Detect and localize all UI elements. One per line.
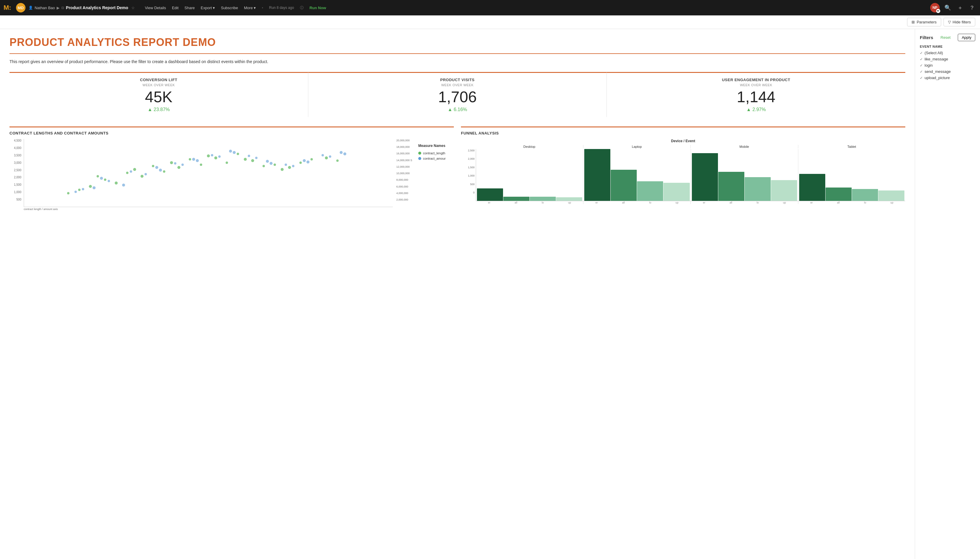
svg-point-21 (214, 156, 217, 159)
svg-point-57 (322, 154, 324, 156)
svg-point-38 (233, 151, 235, 154)
svg-point-41 (292, 165, 294, 167)
bar-group-tablet (798, 149, 905, 201)
more-menu[interactable]: More ▾ (242, 5, 258, 11)
x-label-tablet-all: all (825, 201, 852, 204)
svg-point-5 (133, 168, 136, 171)
add-icon[interactable]: ＋ (956, 3, 965, 12)
hide-filters-button[interactable]: ▽ Hide filters (944, 18, 975, 26)
svg-point-47 (130, 170, 132, 173)
check-icon-login: ✓ (920, 63, 923, 68)
parameters-button[interactable]: ⊞ Parameters (907, 18, 941, 26)
kpi-user-engagement: USER ENGAGEMENT IN PRODUCT WEEK OVER WEE… (607, 72, 905, 117)
device-laptop-header: Laptop (584, 145, 691, 149)
svg-point-23 (251, 159, 254, 162)
info-icon: ⓘ (298, 4, 306, 12)
svg-point-26 (310, 158, 313, 160)
breadcrumb: 👤 Nathan Bao ▶ ⊡ Product Analytics Repor… (28, 5, 135, 10)
kpi-visits-value: 1,706 (315, 89, 600, 104)
breadcrumb-user[interactable]: Nathan Bao (35, 6, 55, 10)
svg-point-25 (288, 166, 291, 169)
report-title: PRODUCT ANALYTICS REPORT DEMO (10, 36, 905, 49)
bar-desktop-lo (530, 197, 556, 201)
filter-item-select-all[interactable]: ✓ (Select All) (920, 51, 975, 55)
svg-point-33 (145, 173, 147, 175)
svg-point-4 (97, 175, 99, 177)
funnel-device-headers: Desktop Laptop Mobile Tablet (476, 145, 905, 149)
svg-point-16 (67, 192, 70, 194)
bar-laptop-all (611, 170, 637, 201)
app-logo: M: (3, 4, 11, 12)
svg-point-53 (248, 155, 250, 157)
breadcrumb-title: Product Analytics Report Demo (66, 5, 128, 10)
help-icon[interactable]: ？ (968, 3, 977, 12)
edit-link[interactable]: Edit (169, 5, 181, 11)
funnel-y-axis: 2,500 2,000 1,500 1,000 500 0 (461, 149, 476, 201)
filter-item-login[interactable]: ✓ login (920, 63, 975, 68)
funnel-container: Device / Event Desktop Laptop Mobile Tab… (461, 139, 905, 204)
filter-item-send-message[interactable]: ✓ send_message (920, 69, 975, 74)
filter-label-upload-picture: upload_picture (925, 76, 950, 80)
subscribe-link[interactable]: Subscribe (219, 5, 240, 11)
bar-tablet-lo (852, 189, 878, 201)
share-link[interactable]: Share (182, 5, 197, 11)
charts-row: CONTRACT LENGTHS AND CONTRACT AMOUNTS 4,… (10, 126, 905, 211)
legend-title: Measure Names (418, 144, 454, 148)
scatter-chart-title: CONTRACT LENGTHS AND CONTRACT AMOUNTS (10, 131, 454, 136)
funnel-device-label: Device / Event (461, 139, 905, 143)
profile-avatar[interactable]: NP ✏ (930, 3, 940, 12)
search-icon[interactable]: 🔍 (943, 3, 953, 12)
funnel-chart-body: 2,500 2,000 1,500 1,000 500 0 (461, 149, 905, 201)
scatter-plot-area (24, 139, 393, 207)
svg-point-28 (336, 159, 338, 162)
bar-group-desktop (476, 149, 584, 201)
x-labels-mobile: er all lo up (691, 201, 798, 204)
report-content: PRODUCT ANALYTICS REPORT DEMO This repor… (0, 29, 915, 559)
filters-reset-button[interactable]: Reset (940, 35, 951, 40)
kpi-visits-label: PRODUCT VISITS (315, 78, 600, 82)
legend-item-contract-length: contract_length (418, 151, 454, 155)
x-label-laptop-er: er (584, 201, 610, 204)
bar-mobile-lo (745, 177, 771, 201)
bar-group-mobile (691, 149, 798, 201)
kpi-conversion-value: 45K (17, 89, 301, 104)
x-label-laptop-lo: lo (637, 201, 663, 204)
scatter-x-label: contract length / amount axis (24, 208, 454, 211)
svg-point-15 (299, 162, 302, 164)
report-divider (10, 53, 905, 54)
x-label-laptop-up: up (664, 201, 690, 204)
legend-label-contract-amount: contract_amour (423, 157, 446, 160)
scatter-legend: Measure Names contract_length contract_a… (418, 139, 454, 207)
bar-desktop-er (477, 189, 503, 201)
svg-point-17 (141, 175, 143, 178)
svg-point-6 (152, 165, 154, 167)
filters-title: Filters (920, 35, 933, 40)
top-navigation: M: MD 👤 Nathan Bao ▶ ⊡ Product Analytics… (0, 0, 980, 15)
main-layout: PRODUCT ANALYTICS REPORT DEMO This repor… (0, 29, 980, 559)
filters-apply-button[interactable]: Apply (958, 34, 975, 41)
funnel-x-labels: er all lo up er all lo up er (476, 201, 905, 204)
svg-point-45 (82, 188, 84, 190)
x-label-mobile-lo: lo (745, 201, 771, 204)
x-labels-laptop: er all lo up (584, 201, 691, 204)
legend-color-contract-length (418, 152, 421, 155)
star-icon[interactable]: ☆ (131, 6, 135, 10)
view-details-link[interactable]: View Details (143, 5, 168, 11)
svg-point-54 (266, 160, 269, 163)
x-label-desktop-lo: lo (529, 201, 556, 204)
svg-point-44 (343, 152, 346, 155)
run-now-button[interactable]: Run Now (307, 5, 328, 11)
device-mobile-header: Mobile (691, 145, 798, 149)
filter-item-upload-picture[interactable]: ✓ upload_picture (920, 76, 975, 80)
svg-point-9 (189, 158, 191, 160)
filter-section-event-name: EVENT NAME (920, 45, 975, 48)
nav-actions: View Details Edit Share Export ▾ Subscri… (143, 4, 329, 12)
kpi-visits-change: ▲ 6.16% (315, 107, 600, 112)
export-menu[interactable]: Export ▾ (198, 5, 217, 11)
svg-point-42 (307, 160, 310, 164)
svg-point-36 (196, 159, 199, 162)
filter-label-login: login (925, 63, 933, 68)
check-icon-upload-picture: ✓ (920, 76, 923, 80)
filter-item-like-message[interactable]: ✓ like_message (920, 57, 975, 61)
x-label-tablet-up: up (879, 201, 905, 204)
